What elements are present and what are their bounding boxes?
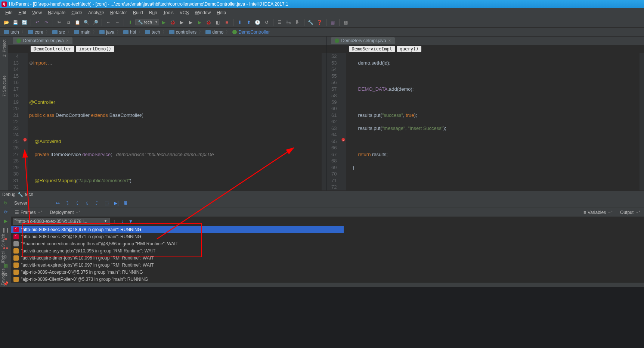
structure-icon[interactable]: ☰ — [276, 18, 284, 27]
jrebel-run-icon[interactable]: ▶ — [196, 18, 204, 27]
project-tool-tab[interactable]: 1: Project — [1, 37, 7, 59]
menu-file[interactable]: File — [2, 10, 15, 15]
output-tab[interactable]: Output→* — [616, 209, 644, 216]
menu-help[interactable]: Help — [214, 10, 229, 15]
thread-row[interactable]: "activiti-reset-expired-jobs"@10,097 in … — [11, 261, 344, 268]
nav-class[interactable]: DemoServiceImpl — [349, 46, 395, 52]
rerun-icon[interactable]: ↻ — [2, 200, 9, 206]
open-icon[interactable]: 📂 — [2, 18, 10, 27]
breadcrumb-demo[interactable]: demo — [204, 29, 225, 35]
db-icon[interactable]: 🗄 — [294, 18, 302, 27]
replace-icon[interactable]: 🔎 — [91, 18, 99, 27]
find-icon[interactable]: 🔍 — [82, 18, 90, 27]
jrebel-debug-icon[interactable]: 🐞 — [205, 18, 213, 27]
run-to-cursor-icon[interactable]: ▶| — [112, 199, 120, 207]
jrebel-tool-tab[interactable]: JRebel — [0, 249, 6, 266]
prev-thread-icon[interactable]: ↑ — [111, 218, 118, 225]
close-icon[interactable]: × — [388, 38, 391, 43]
thread-row[interactable]: "activiti-acquire-timer-jobs"@10,096 in … — [11, 254, 344, 261]
deployment-tab[interactable]: Deployment→* — [46, 209, 84, 216]
stop-icon[interactable]: ■ — [223, 18, 231, 27]
menu-vcs[interactable]: VCS — [177, 10, 192, 15]
vcs-update-icon[interactable]: ⬇ — [236, 18, 244, 27]
threads-list[interactable]: "http-nio-8080-exec-35"@18,978 in group … — [11, 226, 344, 283]
breakpoint-icon[interactable] — [341, 138, 345, 142]
copy-icon[interactable]: ⧉ — [64, 18, 72, 27]
settings-icon[interactable]: 🔧 — [307, 18, 315, 27]
paste-icon[interactable]: 📋 — [73, 18, 81, 27]
coverage-icon[interactable]: ▶ — [178, 18, 186, 27]
editor-left-code[interactable]: 4131415161718192021222324252627282930313… — [8, 53, 326, 190]
breakpoint-icon[interactable] — [23, 138, 27, 142]
menu-tools[interactable]: Tools — [160, 10, 177, 15]
profile-icon[interactable]: ▶ — [187, 18, 195, 27]
menu-edit[interactable]: Edit — [15, 10, 29, 15]
code-body-left[interactable]: ⊕import ... @Controller public class Dem… — [28, 53, 322, 190]
back-icon[interactable]: ← — [104, 18, 112, 27]
favorites-tool-tab[interactable]: Favorites — [0, 266, 6, 288]
thread-row[interactable]: "activiti-acquire-async-jobs"@10,095 in … — [11, 247, 344, 254]
evaluate-icon[interactable]: 🖩 — [122, 199, 130, 207]
nav-method[interactable]: insertDemo() — [76, 46, 114, 52]
ant-icon[interactable]: 🐜 — [285, 18, 293, 27]
thread-row[interactable]: "Abandoned connection cleanup thread"@8,… — [11, 240, 344, 247]
thread-row[interactable]: "http-nio-8080-exec-35"@18,978 in group … — [11, 226, 344, 233]
thread-row[interactable]: "ajp-nio-8009-ClientPoller-0"@5,373 in g… — [11, 276, 344, 283]
drop-frame-icon[interactable]: ⬚ — [103, 199, 110, 207]
cut-icon[interactable]: ✂ — [55, 18, 64, 27]
server-tab[interactable]: Server — [14, 201, 27, 206]
sync-icon[interactable]: 🔄 — [20, 18, 28, 27]
jrebel-icon[interactable]: ▨ — [342, 18, 350, 27]
filter-icon[interactable]: ▼ — [127, 218, 134, 225]
frames-tab[interactable]: ☰ Frames→* — [11, 209, 46, 216]
menu-code[interactable]: Code — [68, 10, 85, 15]
code-body-right[interactable]: demo.setId(id); DEMO_DATA.add(demo); res… — [346, 53, 640, 190]
menu-view[interactable]: View — [29, 10, 45, 15]
undo-icon[interactable]: ↶ — [33, 18, 41, 27]
variables-tab[interactable]: ≡ Variables→* — [580, 209, 616, 216]
close-icon[interactable]: × — [66, 38, 69, 43]
breadcrumb-core[interactable]: core — [27, 29, 45, 35]
menu-window[interactable]: Window — [192, 10, 214, 15]
tab-demoserviceimpl[interactable]: DemoServiceImpl.java × — [331, 37, 395, 44]
editor-right-code[interactable]: 5253545556575859606162636465666768697071… — [326, 53, 644, 190]
thread-row[interactable]: "ajp-nio-8009-Acceptor-0"@5,375 in group… — [11, 268, 344, 276]
vcs-revert-icon[interactable]: ↺ — [263, 18, 271, 27]
vcs-commit-icon[interactable]: ⬆ — [245, 18, 253, 27]
thread-combo[interactable]: "http-nio-8080-exec-35"@18,978 i... — [13, 218, 110, 225]
next-thread-icon[interactable]: ↓ — [119, 218, 126, 225]
resume-icon[interactable]: ▶ — [2, 218, 9, 224]
breadcrumb-hbi[interactable]: hbi — [122, 29, 137, 35]
update-icon[interactable]: ⟳ — [2, 209, 9, 215]
debug-run-name[interactable]: tech — [25, 192, 33, 197]
breadcrumb-tech2[interactable]: tech — [143, 29, 162, 35]
save-all-icon[interactable]: 💾 — [11, 18, 19, 27]
breadcrumb-controllers[interactable]: controllers — [168, 29, 198, 35]
debug-icon[interactable]: 🐞 — [169, 18, 177, 27]
help-icon[interactable]: ❓ — [316, 18, 324, 27]
structure-tool-tab[interactable]: 7: Structure — [1, 73, 7, 99]
breadcrumb-main[interactable]: main — [72, 29, 92, 35]
step-over-icon[interactable]: ⤵ — [64, 199, 71, 207]
breadcrumb-tech[interactable]: tech — [2, 29, 21, 35]
breadcrumb-class[interactable]: DemoController — [231, 29, 271, 35]
force-step-into-icon[interactable]: ⤹ — [83, 199, 91, 207]
thread-row[interactable]: "http-nio-8080-exec-32"@18,971 in group … — [11, 233, 344, 240]
menu-analyze[interactable]: Analyze — [85, 10, 107, 15]
nav-method[interactable]: query() — [397, 46, 422, 52]
forward-icon[interactable]: → — [113, 18, 121, 27]
nav-class[interactable]: DemoController — [31, 46, 74, 52]
build-icon[interactable]: ⬇ — [126, 18, 134, 27]
breadcrumb-src[interactable]: src — [51, 29, 66, 35]
breadcrumb-java[interactable]: java — [98, 29, 116, 35]
tab-democontroller[interactable]: DemoController.java × — [13, 37, 72, 44]
redo-icon[interactable]: ↷ — [42, 18, 50, 27]
step-out-icon[interactable]: ⤴ — [93, 199, 100, 207]
menu-refactor[interactable]: Refactor — [107, 10, 130, 15]
step-into-icon[interactable]: ⤹ — [74, 199, 81, 207]
attach-icon[interactable]: ◧ — [214, 18, 222, 27]
web-tool-tab[interactable]: 9: Web — [0, 232, 6, 249]
menu-run[interactable]: Run — [146, 10, 160, 15]
show-exec-point-icon[interactable]: ↦ — [54, 199, 62, 207]
menu-build[interactable]: Build — [130, 10, 146, 15]
